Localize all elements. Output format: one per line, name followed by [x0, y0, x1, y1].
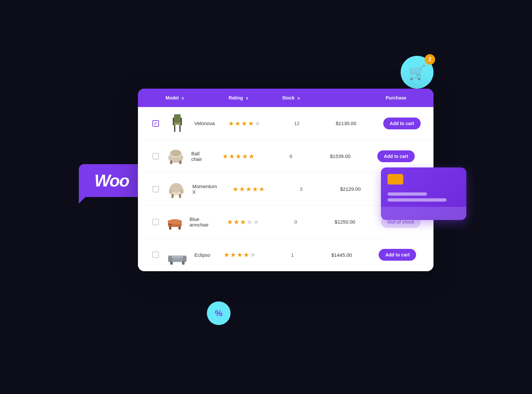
product-cell-3: Momentum X: [166, 177, 219, 201]
product-cell-2: Ball chair: [166, 144, 209, 168]
action-cell-1: Add to cart: [372, 118, 432, 129]
product-name-3: Momentum X: [192, 184, 219, 195]
star-1-3: ★: [241, 120, 247, 127]
cart-icon: 🛒: [409, 64, 426, 80]
star-4-2: ★: [233, 218, 239, 226]
card-line-2: [388, 198, 447, 202]
star-1-2: ★: [235, 120, 241, 127]
credit-card: [381, 167, 466, 220]
svg-rect-15: [171, 194, 173, 198]
action-cell-5: Add to cart: [368, 249, 427, 261]
chair-svg-ballchair: [166, 146, 186, 166]
svg-rect-10: [179, 161, 182, 164]
star-3-5: ★: [259, 185, 265, 193]
checkbox-4[interactable]: [152, 219, 159, 225]
checkbox-1[interactable]: [152, 120, 159, 127]
checkbox-cell-4[interactable]: [146, 219, 166, 225]
add-to-cart-button-5[interactable]: Add to cart: [379, 249, 416, 261]
chair-svg-bluearmchair: [166, 212, 184, 231]
checkbox-cell-1[interactable]: [146, 120, 166, 127]
percent-icon: %: [215, 308, 222, 318]
star-1-1: ★: [228, 120, 234, 127]
chair-svg-eclipso: [166, 243, 189, 267]
sort-rating-icon: ⇅: [246, 97, 248, 100]
star-4-3: ★: [240, 218, 246, 226]
svg-rect-21: [179, 227, 181, 230]
stock-cell-3: 3: [278, 186, 324, 192]
action-cell-2: Add to cart: [366, 150, 426, 162]
svg-rect-1: [173, 123, 181, 125]
add-to-cart-button-1[interactable]: Add to cart: [383, 118, 421, 129]
product-image-bluearmchair: [166, 210, 184, 234]
product-image-velonova: [166, 112, 189, 135]
star-5-1: ★: [224, 251, 230, 259]
checkbox-cell-2[interactable]: [146, 153, 166, 160]
svg-rect-27: [182, 261, 185, 265]
star-2-2: ★: [229, 152, 235, 160]
price-cell-1: $1130.00: [320, 120, 372, 126]
star-1-5: ★: [255, 120, 260, 127]
sort-stock-icon: ⇅: [297, 97, 300, 100]
star-5-5: ★: [250, 251, 256, 259]
checkbox-cell-5[interactable]: [146, 252, 166, 258]
chair-svg-velonova: [166, 112, 189, 135]
svg-rect-13: [169, 189, 172, 194]
star-3-1: ★: [233, 185, 238, 193]
svg-rect-9: [170, 161, 172, 164]
star-3-2: ★: [239, 185, 245, 193]
th-rating[interactable]: Rating ⇅: [209, 95, 268, 100]
rating-cell-1: ★ ★ ★ ★ ★: [215, 120, 274, 127]
product-name-5: Eclipso: [194, 252, 210, 258]
price-cell-4: $1250.00: [319, 219, 371, 225]
svg-rect-14: [181, 189, 184, 194]
rating-cell-2: ★ ★ ★ ★ ★: [209, 152, 268, 160]
svg-rect-16: [179, 194, 181, 198]
rating-cell-5: ★ ★ ★ ★ ★: [210, 251, 269, 259]
svg-rect-3: [179, 125, 181, 132]
stock-cell-5: 1: [269, 252, 315, 258]
product-image-ballchair: [166, 144, 186, 168]
star-2-5: ★: [249, 152, 255, 160]
star-3-3: ★: [246, 185, 252, 193]
price-cell-2: $1539.00: [314, 153, 366, 159]
chair-svg-momentumx: [166, 178, 187, 200]
th-model[interactable]: Model ⇅: [166, 95, 209, 100]
price-cell-3: $2129.00: [324, 186, 377, 192]
cart-badge[interactable]: 🛒 2: [401, 56, 433, 89]
card-chip: [388, 174, 403, 185]
svg-rect-2: [174, 125, 175, 132]
card-bottom-strip: [381, 207, 466, 220]
product-cell-4: Blue armchair: [166, 210, 213, 234]
table-row: Eclipso ★ ★ ★ ★ ★ 1 $1445.00 Add to cart: [138, 238, 433, 271]
star-5-2: ★: [230, 251, 236, 259]
star-4-5: ★: [253, 218, 259, 226]
svg-point-19: [167, 219, 182, 225]
star-4-4: ★: [247, 218, 253, 226]
rating-cell-4: ★ ★ ★ ★ ★: [213, 218, 273, 226]
card-line-1: [388, 192, 427, 196]
product-name-1: Velonova: [194, 120, 215, 126]
svg-rect-24: [168, 256, 172, 262]
checkbox-cell-3[interactable]: [146, 186, 166, 192]
svg-rect-5: [181, 118, 182, 125]
stock-cell-1: 12: [274, 120, 320, 126]
sort-model-icon: ⇅: [181, 97, 184, 100]
add-to-cart-button-2[interactable]: Add to cart: [377, 150, 415, 162]
star-2-4: ★: [242, 152, 248, 160]
checkbox-5[interactable]: [152, 252, 159, 258]
svg-point-8: [171, 150, 181, 157]
checkbox-3[interactable]: [152, 186, 159, 192]
th-purchase: Purchase: [366, 95, 426, 100]
star-2-1: ★: [222, 152, 228, 160]
woo-logo: Woo: [79, 164, 144, 197]
table-row: Velonova ★ ★ ★ ★ ★ 12 $1130.00 Add to ca…: [138, 107, 433, 140]
product-image-eclipso: [166, 243, 189, 267]
checkbox-2[interactable]: [152, 153, 159, 160]
th-stock[interactable]: Stock ⇅: [268, 95, 314, 100]
svg-rect-20: [169, 227, 171, 230]
star-4-1: ★: [227, 218, 233, 226]
product-cell-1: Velonova: [166, 112, 215, 135]
table-header: Model ⇅ Rating ⇅ Stock ⇅ Purchase: [138, 89, 433, 107]
stock-cell-4: 0: [273, 219, 319, 225]
product-cell-5: Eclipso: [166, 243, 210, 267]
